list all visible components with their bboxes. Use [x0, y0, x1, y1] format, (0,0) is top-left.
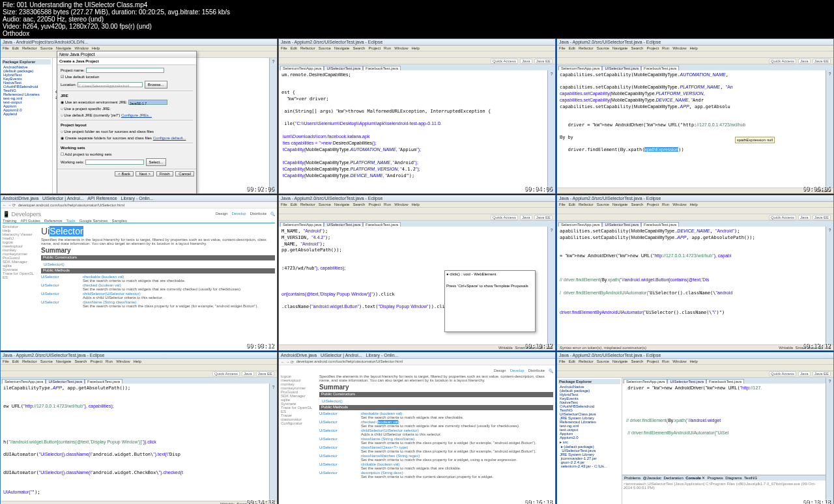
back-button[interactable]: < Back: [115, 171, 134, 176]
doc-summary: Summary: [41, 247, 275, 254]
editor[interactable]: capabilities.setCapability(MobileCapabil…: [557, 70, 826, 188]
jre-env-select[interactable]: JavaSE-1.7: [128, 100, 167, 105]
timestamp: 00:12:12: [803, 343, 831, 349]
browser-title: AndroidDrive.java UiSelector | Androi...…: [1, 195, 277, 202]
jre-section: JRE: [61, 94, 68, 98]
editor[interactable]: ileCapabilityType.APP, app.getAbsolutePa…: [1, 384, 269, 501]
configure-default-link[interactable]: Configure default...: [153, 136, 186, 140]
help-icon[interactable]: ?: [272, 59, 275, 64]
package-explorer[interactable]: Package Explorer AndroidNative (default …: [1, 58, 53, 193]
timestamp: 00:16:18: [525, 499, 553, 504]
toolbar[interactable]: [557, 51, 833, 58]
views-tabs[interactable]: Problems @Javadoc Declaration Console ✕ …: [622, 475, 826, 481]
finish-button[interactable]: Finish: [156, 171, 173, 176]
doc-desc: Specifies the elements in the layout hie…: [41, 238, 275, 245]
window-title: Java - AndroidProject/src/AndroidOLD/N..…: [1, 39, 277, 46]
toolbar[interactable]: [279, 51, 555, 58]
timestamp: 00:14:18: [246, 499, 274, 504]
menu-bar[interactable]: FileEditRefactorSourceNavigateSearchProj…: [557, 46, 833, 51]
sub-nav[interactable]: TrainingAPI GuidesReferenceToolsGoogle S…: [3, 219, 275, 223]
menu-item[interactable]: Refactor: [22, 46, 37, 50]
thumb-6: Java - Appium2.0/src/UISelectorTest.java…: [556, 195, 834, 350]
layout-root[interactable]: Use project folder as root for sources a…: [64, 130, 154, 133]
thumb-4: AndroidDrive.java UiSelector | Androi...…: [0, 195, 278, 350]
thumb-5: Java - Appium2.0/src/UISelectorTest.java…: [278, 195, 556, 350]
window-title: Java - Appium2.0/src/UISelectorTest.java…: [279, 39, 555, 46]
help-icon[interactable]: ?: [551, 72, 553, 76]
layout-separate[interactable]: Create separate folders for sources and …: [65, 136, 152, 140]
menu-bar[interactable]: FileEditRefactorSourceNavigateSearchProj…: [279, 46, 555, 51]
thumb-3: Java - Appium2.0/src/UISelectorTest.java…: [556, 38, 834, 194]
thumb-7: Java - Appium2.0/src/UISelectorTest.java…: [0, 352, 278, 504]
doc-side-nav[interactable]: EmulatorHelpHierarchy ViewerIntelliJlogc…: [3, 225, 38, 309]
address-bar[interactable]: ← → ⟳ developer.android.com/tools/help/u…: [1, 202, 277, 208]
video-line: Video: h264, yuv420p, 1280x720, 30.00 fp…: [3, 23, 831, 30]
section-public-methods: Public Methods: [41, 268, 275, 273]
project-name-input[interactable]: [86, 68, 164, 73]
window-title: Java - Appium2.0/src/UISelectorTest.java…: [557, 352, 833, 359]
jre-default[interactable]: Use default JRE (currently 'jre7'): [64, 113, 120, 117]
package-explorer-title: Package Explorer: [2, 59, 51, 64]
menu-item[interactable]: Edit: [12, 46, 19, 50]
doc-title: UiSelector: [41, 226, 275, 236]
extra-line: Orthodox: [3, 30, 831, 37]
editor-tabs[interactable]: SeleniumTestApp.javaUISelectorTest.javaF…: [279, 64, 555, 70]
audio-line: Audio: aac, 22050 Hz, stereo (und): [3, 16, 831, 23]
location-label: Location:: [61, 83, 76, 87]
ws-add[interactable]: Add project to working sets: [65, 152, 111, 156]
project-name-label: Project name:: [61, 68, 85, 72]
jre-env[interactable]: Use an execution environment JRE:: [65, 100, 128, 104]
configure-jres-link[interactable]: Configure JREs...: [121, 113, 152, 117]
timestamp: 00:18:18: [803, 499, 831, 504]
menu-bar[interactable]: FileEditRefactorSourceNavigateSearchProj…: [279, 202, 555, 208]
window-title: Java - Appium2.0/src/UISelectorTest.java…: [1, 352, 277, 359]
location-input[interactable]: C:\Users\Selenium\AppiumAndroid: [78, 82, 143, 87]
timestamp: 00:04:06: [525, 186, 553, 192]
menu-item[interactable]: Help: [92, 46, 100, 50]
doc-page[interactable]: DesignDevelopDistribute🔍 logcatmeeksptoo…: [279, 365, 555, 504]
layout-section: Project layout: [61, 123, 87, 127]
main-nav[interactable]: DesignDevelopDistribute🔍: [216, 212, 275, 216]
toolbar[interactable]: [279, 208, 555, 214]
dialog-title: New Java Project: [57, 51, 196, 58]
timestamp: 00:02:06: [246, 186, 274, 192]
doc-side-nav[interactable]: logcatmeeksptoolmonkeymonkeyrunnerProGua…: [281, 374, 317, 479]
menu-item[interactable]: Window: [74, 46, 88, 50]
editor-tabs[interactable]: SeleniumTestApp.javaUISelectorTest.javaF…: [557, 64, 833, 70]
right-strip: ?: [826, 70, 833, 188]
ws-input[interactable]: [85, 160, 144, 165]
jre-specific[interactable]: Use a project specific JRE:: [64, 107, 111, 111]
quick-access-bar[interactable]: Quick AccessJavaJava EE: [557, 58, 833, 64]
package-explorer[interactable]: Package Explorer AndroidNative (default …: [557, 378, 622, 504]
use-default-location[interactable]: Use default location: [65, 75, 100, 79]
new-java-project-dialog[interactable]: New Java Project Create a Java Project P…: [57, 51, 197, 194]
brand: 📱 Developers: [3, 211, 41, 217]
editor[interactable]: apabilities.setCapability(MobileCapabili…: [557, 227, 826, 344]
thumb-1: Java - AndroidProject/src/AndroidOLD/N..…: [0, 38, 278, 194]
window-title: Java - Appium2.0/src/UISelectorTest.java…: [279, 195, 555, 202]
help-icon[interactable]: ?: [829, 72, 831, 76]
browser-title: AndroidDrive.java UiSelector | Androi...…: [279, 352, 555, 359]
right-strip: ?: [269, 58, 277, 193]
content-assist-popup[interactable]: ● click() : void - WebElement Press 'Ctr…: [444, 270, 536, 332]
window-title: Java - Appium2.0/src/UISelectorTest.java…: [557, 195, 833, 202]
timestamp: 00:08:12: [246, 343, 274, 349]
quick-access-bar[interactable]: Quick AccessJavaJava EE: [279, 58, 555, 64]
doc-page[interactable]: 📱 Developers DesignDevelopDistribute🔍 Tr…: [1, 208, 277, 350]
browse-button[interactable]: Browse...: [145, 81, 167, 89]
cancel-button[interactable]: Cancel: [175, 171, 194, 176]
next-button[interactable]: Next >: [136, 171, 154, 176]
console-view[interactable]: <terminated> UISelectorTest [Java Applic…: [622, 481, 826, 504]
file-line: File: 001 Understanding the UISelector C…: [3, 1, 831, 8]
status-bar: Writable: [557, 188, 833, 193]
code-hint: xpathExpression null: [735, 137, 775, 143]
timestamp: 00:10:12: [525, 343, 553, 349]
editor[interactable]: driver = "kw">new AndroidDriver("kw">new…: [622, 384, 826, 475]
menu-item[interactable]: File: [3, 46, 9, 50]
menu-item[interactable]: Navigate: [56, 46, 72, 50]
editor[interactable]: um.remote.DesiredCapabilities; est { "kw…: [279, 70, 547, 193]
select-button[interactable]: Select...: [146, 158, 167, 166]
tree-item[interactable]: Appletvl: [2, 112, 51, 116]
menu-item[interactable]: Source: [40, 46, 53, 50]
ws-label: Working sets:: [61, 160, 84, 164]
